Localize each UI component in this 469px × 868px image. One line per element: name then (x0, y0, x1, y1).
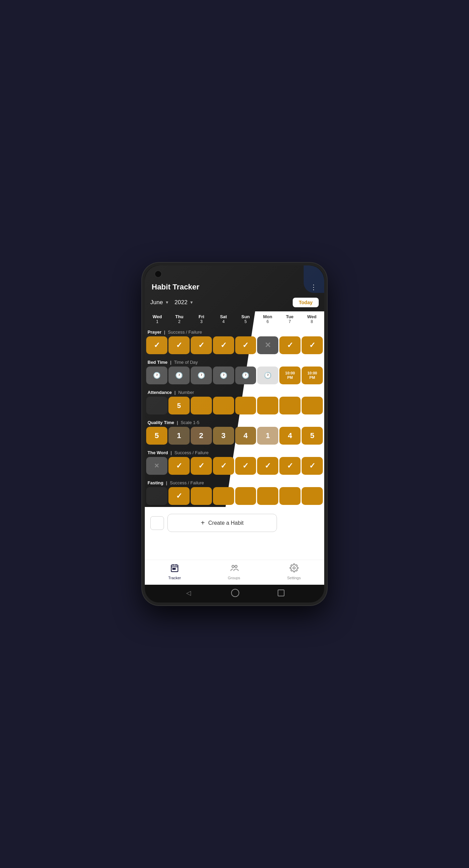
fasting-cell-5[interactable] (235, 487, 256, 505)
theword-cell-2[interactable]: ✓ (168, 457, 190, 475)
calendar-header: Wed 1 Thu 2 Fri 3 Sat (145, 311, 324, 326)
bedtime-cell-7[interactable]: 10:00PM (279, 367, 301, 384)
prayer-cell-8[interactable]: ✓ (302, 336, 323, 354)
day-col-1: Wed 1 (146, 311, 168, 326)
fasting-cells: ✓ (145, 487, 324, 507)
fasting-cell-1[interactable] (146, 487, 167, 505)
bedtime-cell-1[interactable]: 🕐 (146, 367, 167, 384)
main-content[interactable]: Wed 1 Thu 2 Fri 3 Sat (145, 311, 324, 560)
create-habit-label: Create a Habit (208, 520, 243, 526)
habit-bedtime: Bed Time | Time of Day 🕐 🕐 🕐 🕐 🕐 🕐 10:00… (145, 356, 324, 386)
prayer-cell-7[interactable]: ✓ (279, 336, 301, 354)
fasting-cell-2[interactable]: ✓ (168, 487, 190, 505)
screen: Habit Tracker ⋮ June ▼ 2022 ▼ Today (145, 265, 324, 603)
prayer-cell-5[interactable]: ✓ (235, 336, 256, 354)
attendance-cell-1[interactable] (146, 397, 167, 414)
nav-groups[interactable]: Groups (228, 563, 240, 580)
quality-title: Quality Time | Scale 1-5 (148, 420, 200, 425)
attendance-cell-4[interactable] (213, 397, 234, 414)
theword-cells: ✕ ✓ ✓ ✓ ✓ ✓ ✓ ✓ (145, 457, 324, 477)
attendance-cells: 5 (145, 397, 324, 417)
tracker-icon (170, 563, 179, 574)
fasting-cell-3[interactable] (191, 487, 212, 505)
groups-label: Groups (228, 576, 240, 580)
day-col-7: Tue 7 (279, 311, 301, 326)
theword-cell-4[interactable]: ✓ (213, 457, 234, 475)
day-col-8: Wed 8 (301, 311, 323, 326)
bedtime-cell-6[interactable]: 🕐 (257, 367, 278, 384)
prayer-title: Prayer | Success / Failure (148, 330, 202, 335)
fasting-title-row: Fasting | Success / Failure (145, 477, 324, 487)
fasting-cell-6[interactable] (257, 487, 278, 505)
fasting-title: Fasting | Success / Failure (148, 480, 204, 485)
nav-tracker[interactable]: Tracker (168, 563, 181, 580)
create-habit-button[interactable]: + Create a Habit (167, 514, 277, 532)
quality-cell-8[interactable]: 5 (302, 427, 323, 445)
fasting-cell-4[interactable] (213, 487, 234, 505)
theword-title: The Word | Success / Failure (148, 450, 208, 455)
prayer-cell-4[interactable]: ✓ (213, 336, 234, 354)
month-arrow: ▼ (165, 300, 169, 305)
bedtime-cell-3[interactable]: 🕐 (191, 367, 212, 384)
attendance-cell-3[interactable] (191, 397, 212, 414)
theword-title-row: The Word | Success / Failure (145, 447, 324, 457)
fasting-cell-8[interactable] (302, 487, 323, 505)
day-col-5: Sun 5 (234, 311, 257, 326)
quality-cell-3[interactable]: 2 (191, 427, 212, 445)
attendance-cell-5[interactable] (235, 397, 256, 414)
attendance-cell-2[interactable]: 5 (168, 397, 190, 414)
app-title: Habit Tracker (152, 283, 199, 292)
white-filler (145, 535, 324, 560)
bedtime-cell-4[interactable]: 🕐 (213, 367, 234, 384)
fasting-type: Success / Failure (170, 480, 204, 485)
attendance-cell-6[interactable] (257, 397, 278, 414)
svg-rect-4 (173, 568, 174, 569)
day-col-2: Thu 2 (168, 311, 191, 326)
home-button[interactable] (231, 589, 239, 597)
fasting-cell-7[interactable] (279, 487, 301, 505)
attendance-title-row: Attendance | Number (145, 386, 324, 397)
prayer-cell-3[interactable]: ✓ (191, 336, 212, 354)
quality-cell-6[interactable]: 1 (257, 427, 278, 445)
today-button[interactable]: Today (293, 298, 319, 307)
habit-attendance: Attendance | Number 5 (145, 386, 324, 417)
date-selector: June ▼ 2022 ▼ Today (145, 295, 324, 311)
svg-rect-5 (174, 568, 175, 569)
camera-cutout (154, 270, 162, 278)
svg-point-6 (232, 565, 234, 568)
prayer-cell-1[interactable]: ✓ (146, 336, 167, 354)
theword-cell-1[interactable]: ✕ (146, 457, 167, 475)
quality-cell-4[interactable]: 3 (213, 427, 234, 445)
day-col-4: Sat 4 (213, 311, 235, 326)
recents-button[interactable] (278, 590, 284, 596)
attendance-cell-8[interactable] (302, 397, 323, 414)
theword-cell-6[interactable]: ✓ (257, 457, 278, 475)
quality-cell-2[interactable]: 1 (168, 427, 190, 445)
bedtime-cell-8[interactable]: 10:00PM (302, 367, 323, 384)
back-button[interactable]: ◁ (185, 589, 193, 597)
bedtime-type: Time of Day (174, 360, 198, 365)
prayer-title-row: Prayer | Success / Failure (145, 326, 324, 336)
year-dropdown[interactable]: 2022 ▼ (175, 299, 194, 306)
quality-cell-1[interactable]: 5 (146, 427, 167, 445)
bedtime-cell-5[interactable]: 🕐 (235, 367, 256, 384)
quality-cell-7[interactable]: 4 (279, 427, 301, 445)
theword-cell-5[interactable]: ✓ (235, 457, 256, 475)
attendance-cell-7[interactable] (279, 397, 301, 414)
quality-cell-5[interactable]: 4 (235, 427, 256, 445)
theword-cell-8[interactable]: ✓ (302, 457, 323, 475)
quality-type: Scale 1-5 (181, 420, 200, 425)
day-col-3: Fri 3 (190, 311, 213, 326)
prayer-cell-6[interactable]: ✕ (257, 336, 278, 354)
bedtime-cell-2[interactable]: 🕐 (168, 367, 190, 384)
theword-cell-3[interactable]: ✓ (191, 457, 212, 475)
month-dropdown[interactable]: June ▼ (150, 299, 169, 306)
prayer-cell-2[interactable]: ✓ (168, 336, 190, 354)
svg-point-8 (293, 567, 295, 569)
theword-cell-7[interactable]: ✓ (279, 457, 301, 475)
month-label: June (150, 299, 163, 306)
svg-point-7 (235, 565, 237, 568)
nav-settings[interactable]: Settings (287, 563, 301, 580)
header: Habit Tracker ⋮ (145, 265, 324, 295)
menu-dots[interactable]: ⋮ (310, 283, 317, 291)
